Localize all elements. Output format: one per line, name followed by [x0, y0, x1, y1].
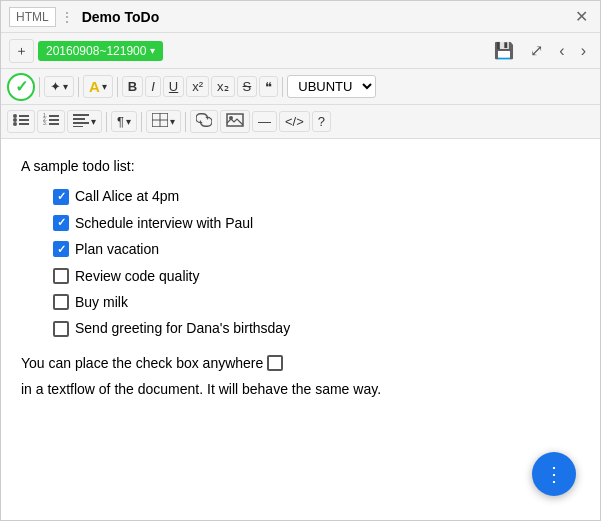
bold-button[interactable]: B [122, 76, 143, 97]
html-tag-label: HTML [9, 7, 56, 27]
unordered-list-button[interactable] [7, 110, 35, 133]
svg-text:3.: 3. [43, 120, 47, 126]
table-button[interactable]: ▾ [146, 110, 181, 133]
blockquote-button[interactable]: ❝ [259, 76, 278, 97]
check-icon: ✓ [15, 77, 28, 96]
font-color-button[interactable]: A ▾ [83, 75, 113, 98]
align-button[interactable]: ▾ [67, 110, 102, 133]
link-icon [196, 113, 212, 130]
note-prefix: You can place the check box anywhere [21, 352, 263, 374]
separator4 [282, 77, 283, 97]
checkbox-1[interactable] [53, 189, 69, 205]
hr-icon: — [258, 114, 271, 129]
intro-text: A sample todo list: [21, 155, 580, 177]
para-icon: ¶ [117, 114, 124, 129]
underline-button[interactable]: U [163, 76, 184, 97]
prev-button[interactable]: ‹ [553, 39, 570, 63]
magic-button[interactable]: ✦ ▾ [44, 76, 74, 97]
font-color-dropdown: ▾ [102, 81, 107, 92]
bold-label: B [128, 79, 137, 94]
link-button[interactable] [190, 110, 218, 133]
separator3 [117, 77, 118, 97]
item-text-5: Buy milk [75, 291, 128, 313]
sep6 [141, 112, 142, 132]
item-text-2: Schedule interview with Paul [75, 212, 253, 234]
blockquote-icon: ❝ [265, 79, 272, 94]
tag-dropdown-icon: ▾ [150, 45, 155, 56]
toolbar-tags-row: ＋ 20160908~121900 ▾ 💾 ⤢ ‹ › [1, 33, 600, 69]
separator2 [78, 77, 79, 97]
confirm-button[interactable]: ✓ [7, 73, 35, 101]
tag-button[interactable]: 20160908~121900 ▾ [38, 41, 163, 61]
ordered-list-button[interactable]: 1.2.3. [37, 110, 65, 133]
strikethrough-button[interactable]: S [237, 76, 258, 97]
list-item: Buy milk [53, 291, 580, 313]
font-select[interactable]: UBUNTU Arial Georgia [287, 75, 376, 98]
help-button[interactable]: ? [312, 111, 331, 132]
font-color-icon: A [89, 78, 100, 95]
code-button[interactable]: </> [279, 111, 310, 132]
close-icon[interactable]: ✕ [571, 7, 592, 26]
toolbar-format: 1.2.3. ▾ ¶ ▾ ▾ [1, 105, 600, 139]
svg-rect-3 [19, 119, 29, 121]
underline-label: U [169, 79, 178, 94]
save-button[interactable]: 💾 [488, 38, 520, 63]
item-text-3: Plan vacation [75, 238, 159, 260]
app-window: HTML ⋮ Demo ToDo ✕ ＋ 20160908~121900 ▾ 💾… [0, 0, 601, 521]
image-icon [226, 113, 244, 130]
add-tag-button[interactable]: ＋ [9, 39, 34, 63]
superscript-label: x² [192, 79, 203, 94]
toolbar-main: ✓ ✦ ▾ A ▾ B I U x² x₂ S ❝ [1, 69, 600, 105]
image-button[interactable] [220, 110, 250, 133]
svg-point-0 [13, 114, 17, 118]
magic-dropdown-icon: ▾ [63, 81, 68, 92]
next-button[interactable]: › [575, 39, 592, 63]
tag-label: 20160908~121900 [46, 44, 146, 58]
svg-rect-11 [49, 123, 59, 125]
svg-rect-15 [73, 126, 83, 127]
item-text-1: Call Alice at 4pm [75, 185, 179, 207]
expand-button[interactable]: ⤢ [524, 38, 549, 63]
list-item: Send greeting for Dana's birthsday [53, 317, 580, 339]
subscript-button[interactable]: x₂ [211, 76, 235, 97]
svg-rect-12 [73, 114, 89, 116]
magic-icon: ✦ [50, 79, 61, 94]
hr-button[interactable]: — [252, 111, 277, 132]
table-icon [152, 113, 168, 130]
list-item: Plan vacation [53, 238, 580, 260]
italic-button[interactable]: I [145, 76, 161, 97]
ol-icon: 1.2.3. [43, 113, 59, 130]
checkbox-5[interactable] [53, 294, 69, 310]
todo-list: Call Alice at 4pm Schedule interview wit… [29, 185, 580, 339]
list-item: Schedule interview with Paul [53, 212, 580, 234]
window-title: Demo ToDo [82, 9, 571, 25]
plus-icon: ＋ [15, 42, 28, 60]
fab-button[interactable]: ⋮ [532, 452, 576, 496]
strike-label: S [243, 79, 252, 94]
svg-rect-7 [49, 115, 59, 117]
checkbox-3[interactable] [53, 241, 69, 257]
code-icon: </> [285, 114, 304, 129]
align-dropdown: ▾ [91, 116, 96, 127]
list-item: Review code quality [53, 265, 580, 287]
table-dropdown: ▾ [170, 116, 175, 127]
sep7 [185, 112, 186, 132]
svg-rect-1 [19, 115, 29, 117]
checkbox-6[interactable] [53, 321, 69, 337]
title-bar-menu-icon[interactable]: ⋮ [60, 9, 74, 25]
svg-point-2 [13, 118, 17, 122]
paragraph-button[interactable]: ¶ ▾ [111, 111, 137, 132]
checkbox-4[interactable] [53, 268, 69, 284]
separator [39, 77, 40, 97]
inline-note: You can place the check box anywhere in … [21, 352, 580, 401]
checkbox-2[interactable] [53, 215, 69, 231]
svg-rect-14 [73, 122, 89, 124]
para-dropdown: ▾ [126, 116, 131, 127]
superscript-button[interactable]: x² [186, 76, 209, 97]
svg-rect-13 [73, 118, 85, 120]
subscript-label: x₂ [217, 79, 229, 94]
svg-point-4 [13, 122, 17, 126]
inline-checkbox[interactable] [267, 355, 283, 371]
title-bar: HTML ⋮ Demo ToDo ✕ [1, 1, 600, 33]
editor-content[interactable]: A sample todo list: Call Alice at 4pm Sc… [1, 139, 600, 520]
